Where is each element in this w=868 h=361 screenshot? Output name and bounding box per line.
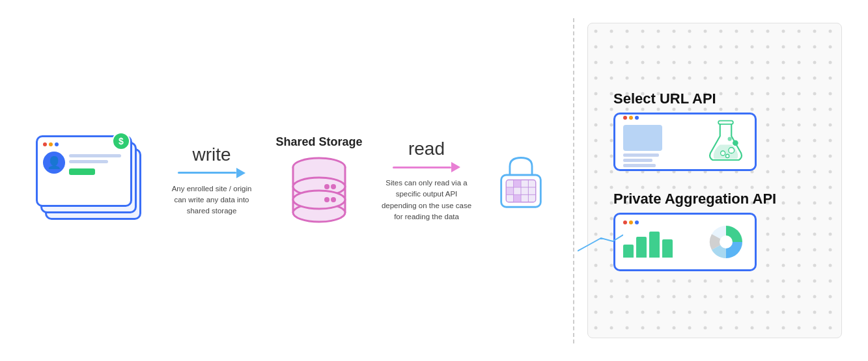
svg-point-26	[726, 154, 729, 157]
write-arrow-line	[178, 172, 236, 174]
read-section: read Sites can only read via a specific …	[371, 139, 482, 222]
dot-yellow	[49, 142, 53, 146]
select-url-left	[623, 116, 698, 167]
line-chart-svg	[578, 228, 623, 258]
private-aggregation-title: Private Aggregation API	[613, 191, 816, 207]
card-line-2	[69, 160, 108, 163]
avatar-icon: 👤	[47, 155, 61, 170]
chart-dot-yellow	[629, 221, 633, 224]
chart-dots-row	[623, 221, 701, 224]
card-lines	[69, 154, 125, 175]
private-aggregation-api-item: Private Aggregation API	[613, 191, 816, 271]
svg-rect-19	[514, 194, 521, 202]
bar-1	[623, 245, 634, 258]
url-dot-row	[623, 116, 698, 120]
read-label: read	[408, 139, 445, 159]
url-content-block	[623, 125, 662, 151]
flask-icon	[705, 119, 747, 165]
avatar-circle: 👤	[43, 152, 65, 174]
card-content-row: 👤	[43, 152, 125, 175]
lock-icon	[495, 152, 547, 210]
pie-chart-icon	[707, 222, 746, 261]
svg-point-30	[720, 235, 733, 248]
shared-storage-title: Shared Storage	[275, 135, 362, 149]
card-button	[69, 168, 95, 175]
dot-blue	[55, 142, 59, 146]
svg-point-25	[729, 147, 735, 153]
private-agg-card	[613, 213, 757, 271]
lock-section	[482, 152, 560, 210]
write-section: write Any enrolled site / origin can wri…	[156, 144, 267, 217]
url-dot-yellow	[629, 116, 633, 120]
svg-point-8	[331, 184, 336, 189]
svg-point-6	[293, 191, 345, 209]
coin-badge: $	[112, 132, 130, 150]
select-url-card	[613, 113, 757, 171]
write-arrow-head	[236, 168, 245, 178]
url-line-3	[623, 164, 656, 167]
svg-point-7	[324, 184, 329, 189]
url-line-2	[623, 159, 652, 162]
database-icon	[287, 154, 352, 226]
read-description: Sites can only read via a specific outpu…	[381, 178, 472, 222]
right-panel-content: Select URL API	[587, 77, 842, 284]
chart-area	[623, 221, 701, 263]
url-dot-blue	[635, 116, 639, 120]
card-stack: 👤 $	[36, 135, 147, 226]
svg-point-10	[331, 197, 336, 202]
svg-rect-23	[718, 120, 733, 124]
svg-point-24	[721, 151, 725, 155]
vertical-divider	[573, 18, 574, 343]
right-panel-wrapper: Select URL API	[587, 13, 842, 348]
write-arrow	[178, 168, 245, 178]
chart-dot-blue	[635, 221, 639, 224]
write-label: write	[192, 144, 231, 165]
dot-red	[43, 142, 47, 146]
svg-point-28	[728, 137, 732, 140]
read-arrow	[393, 162, 460, 172]
url-lines	[623, 154, 698, 167]
chart-dot-red	[623, 221, 627, 224]
svg-point-9	[324, 197, 329, 202]
read-arrow-line	[393, 167, 451, 168]
bar-3	[649, 232, 660, 258]
select-url-title: Select URL API	[613, 90, 816, 107]
card-front: 👤 $	[36, 135, 132, 207]
url-dot-red	[623, 116, 627, 120]
svg-point-27	[733, 140, 738, 146]
svg-rect-20	[506, 187, 513, 194]
bar-4	[662, 239, 673, 258]
svg-rect-18	[514, 180, 521, 187]
shared-storage-section: Shared Storage	[267, 135, 371, 226]
url-line-1	[623, 154, 659, 157]
write-description: Any enrolled site / origin can write any…	[166, 183, 257, 217]
main-diagram: 👤 $ write Any enrolled site / origin can…	[0, 0, 868, 361]
enrolled-site-section: 👤 $	[26, 135, 156, 226]
card-line-1	[69, 154, 121, 157]
select-url-api-item: Select URL API	[613, 90, 816, 171]
bar-2	[636, 237, 647, 258]
bar-chart	[623, 228, 701, 258]
read-arrow-head	[451, 162, 460, 172]
